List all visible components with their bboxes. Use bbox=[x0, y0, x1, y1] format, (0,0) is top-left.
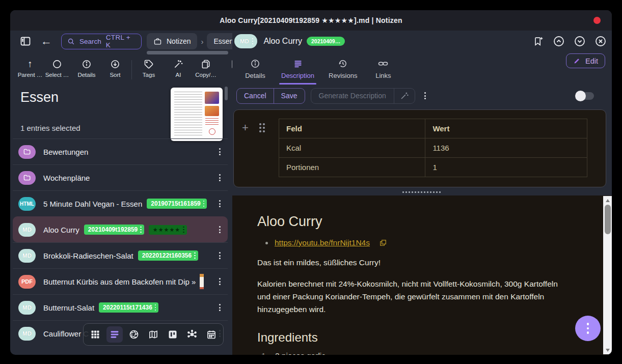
generate-description-group: Generate Description bbox=[311, 88, 415, 104]
table-header-wert: Wert bbox=[425, 119, 587, 138]
list-view-icon[interactable] bbox=[106, 326, 123, 343]
toolbar-parent-button[interactable]: ↑ Parent … bbox=[15, 59, 45, 78]
table-row: Kcal 1136 bbox=[279, 138, 587, 158]
kebab-menu-icon[interactable] bbox=[424, 92, 426, 99]
id-tag[interactable]: 20210409… bbox=[307, 37, 345, 46]
markdown-preview: Aloo Curry https://youtu.be/fnrNijt1N4s … bbox=[232, 195, 612, 355]
id-tag[interactable]: 20220115t171436 bbox=[99, 302, 158, 313]
folder-title: Essen bbox=[20, 90, 59, 105]
kebab-menu-icon[interactable] bbox=[219, 304, 221, 311]
tab-revisions[interactable]: Revisions bbox=[326, 53, 360, 79]
note-title: Aloo Curry bbox=[263, 37, 302, 46]
toolbar-select-button[interactable]: Select … bbox=[42, 59, 72, 78]
scrollbar-thumb[interactable] bbox=[605, 205, 611, 234]
tab-description[interactable]: Description bbox=[278, 53, 317, 79]
grid-view-icon[interactable] bbox=[87, 326, 103, 343]
toolbar-divider bbox=[131, 60, 132, 79]
generate-description-button[interactable]: Generate Description bbox=[311, 89, 394, 103]
table-cell[interactable]: 1 bbox=[425, 158, 587, 177]
document-preview-thumbnail[interactable] bbox=[171, 88, 223, 141]
list-item-butternut-kuerbis[interactable]: PDF Butternut Kürbis aus dem Backofen mi… bbox=[13, 268, 228, 294]
kebab-menu-icon[interactable] bbox=[219, 252, 221, 259]
search-input[interactable]: Search CTRL + K bbox=[61, 34, 142, 49]
list-item-dahl[interactable]: HTML 5 Minute Dahl Vegan - Essen 2019071… bbox=[13, 190, 228, 216]
ingredient-list-item: 1. 2 pieces garlic bbox=[261, 351, 571, 355]
copy-pages-icon bbox=[201, 59, 211, 69]
toolbar-tags-button[interactable]: Tags bbox=[137, 59, 160, 78]
calendar-view-icon[interactable] bbox=[203, 326, 220, 343]
kebab-menu-icon bbox=[587, 323, 589, 334]
preview-paragraph: Das ist ein mildes, süßliches Curry! bbox=[257, 256, 571, 269]
list-item-bewertungen[interactable]: Bewertungen bbox=[13, 138, 228, 164]
sidebar-vertical-scrollbar[interactable] bbox=[225, 87, 228, 100]
scroll-to-bottom-icon[interactable] bbox=[574, 35, 586, 47]
file-name: Butternut Kürbis aus dem Backofen mit Di… bbox=[43, 277, 196, 286]
tab-links[interactable]: Links bbox=[368, 53, 398, 79]
preview-section-heading: Ingredients bbox=[257, 330, 571, 345]
kebab-menu-icon[interactable] bbox=[252, 38, 254, 45]
kebab-menu-icon[interactable] bbox=[219, 200, 221, 207]
floating-action-button[interactable] bbox=[575, 316, 601, 341]
breadcrumb-horizontal-scrollbar[interactable] bbox=[147, 51, 228, 54]
search-placeholder: Search bbox=[79, 38, 101, 45]
table-cell[interactable]: Kcal bbox=[279, 138, 425, 158]
preview-heading: Aloo Curry bbox=[257, 214, 571, 230]
id-tag[interactable]: 20190715t161859 bbox=[147, 199, 207, 209]
list-item-butternut-salat[interactable]: MD Butternut-Salat 20220115t171436 bbox=[13, 294, 228, 320]
tab-details[interactable]: Details bbox=[240, 53, 270, 79]
bookmark-add-icon[interactable] bbox=[533, 36, 544, 47]
save-button[interactable]: Save bbox=[274, 89, 305, 103]
rating-tag[interactable]: ★★★★★ bbox=[149, 225, 187, 235]
close-icon[interactable] bbox=[594, 35, 607, 47]
youtube-link[interactable]: https://youtu.be/fnrNijt1N4s bbox=[275, 238, 370, 247]
toolbar-details-button[interactable]: Details bbox=[73, 59, 100, 78]
sidebar-toolbar: ↑ Parent … Select … Details bbox=[10, 57, 232, 85]
kebab-menu-icon[interactable] bbox=[219, 226, 221, 233]
back-arrow-icon[interactable]: ← bbox=[41, 36, 52, 47]
list-item-wochenplaene[interactable]: Wochenpläne bbox=[13, 164, 228, 190]
magic-wand-icon[interactable] bbox=[394, 89, 415, 103]
aperture-view-icon[interactable] bbox=[126, 326, 142, 343]
toolbar-ai-button[interactable]: AI bbox=[167, 59, 190, 78]
edit-button[interactable]: Edit bbox=[566, 53, 605, 68]
toolbar-clipped-button[interactable]: D bbox=[226, 59, 232, 78]
kebab-menu-icon[interactable] bbox=[219, 278, 221, 285]
kebab-menu-icon[interactable] bbox=[183, 227, 184, 233]
kanban-view-icon[interactable] bbox=[165, 326, 181, 343]
map-view-icon[interactable] bbox=[145, 326, 161, 343]
table-cell[interactable]: Portionen bbox=[279, 158, 425, 177]
list-item-brokkoli[interactable]: MD Brokkoli-Radieschen-Salat 20220122t16… bbox=[13, 242, 228, 268]
kebab-menu-icon[interactable] bbox=[219, 148, 221, 155]
list-item-aloo-curry[interactable]: MD Aloo Curry 20210409t192859 ★★★★★ bbox=[13, 216, 228, 242]
kebab-menu-icon[interactable] bbox=[203, 201, 205, 207]
scrollbar-up-arrow[interactable] bbox=[603, 197, 612, 204]
id-tag[interactable]: 20220122t160356 bbox=[138, 250, 198, 261]
copy-link-icon[interactable] bbox=[380, 239, 387, 246]
view-switcher bbox=[83, 323, 224, 346]
breadcrumb-item-essen[interactable]: Essen bbox=[207, 33, 232, 49]
scroll-to-top-icon[interactable] bbox=[553, 35, 565, 47]
graph-view-icon[interactable] bbox=[184, 326, 200, 343]
toolbar-copy-button[interactable]: Copy/… bbox=[192, 59, 220, 78]
scrollbar-down-arrow[interactable] bbox=[603, 346, 612, 354]
table-cell[interactable]: 1136 bbox=[425, 138, 587, 158]
thumbnail-text-lines bbox=[205, 118, 219, 126]
toolbar-sort-button[interactable]: Sort bbox=[103, 59, 127, 78]
file-type-badge[interactable]: MD bbox=[234, 34, 257, 48]
table-row: Portionen 1 bbox=[279, 158, 587, 177]
panel-resize-handle[interactable] bbox=[402, 191, 442, 193]
edit-mode-toggle[interactable] bbox=[577, 92, 594, 100]
kebab-menu-icon[interactable] bbox=[140, 227, 142, 233]
kebab-menu-icon[interactable] bbox=[219, 174, 221, 181]
drag-handle-icon[interactable] bbox=[259, 123, 265, 133]
file-type-badge: MD bbox=[18, 301, 36, 315]
sidebar-toggle-icon[interactable] bbox=[19, 35, 32, 47]
kebab-menu-icon[interactable] bbox=[194, 253, 196, 259]
id-tag[interactable]: 20210409t192859 bbox=[84, 225, 144, 235]
preview-scrollbar[interactable] bbox=[603, 196, 612, 354]
add-block-icon[interactable]: + bbox=[242, 121, 249, 134]
file-name: Bewertungen bbox=[43, 148, 88, 156]
cancel-button[interactable]: Cancel bbox=[237, 89, 274, 103]
kebab-menu-icon[interactable] bbox=[155, 304, 156, 311]
breadcrumb-item-notizen[interactable]: Notizen bbox=[147, 33, 197, 49]
